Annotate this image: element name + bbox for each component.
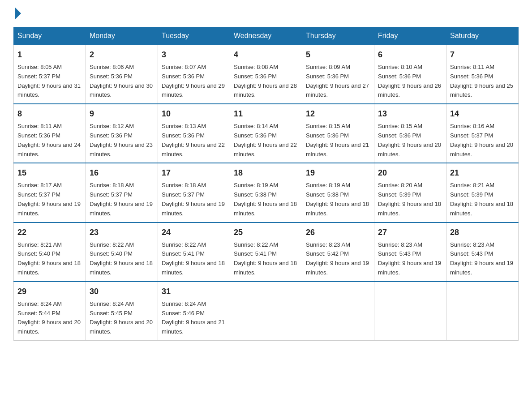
day-info: Sunrise: 8:23 AMSunset: 5:42 PMDaylight:… [306,240,370,278]
day-info: Sunrise: 8:19 AMSunset: 5:38 PMDaylight:… [306,181,370,218]
col-header-wednesday: Wednesday [230,27,302,45]
page-header [13,9,519,18]
calendar-cell: 12Sunrise: 8:15 AMSunset: 5:36 PMDayligh… [302,104,374,163]
day-info: Sunrise: 8:24 AMSunset: 5:45 PMDaylight:… [90,300,154,337]
calendar-cell: 24Sunrise: 8:22 AMSunset: 5:41 PMDayligh… [158,223,230,282]
calendar-cell: 22Sunrise: 8:21 AMSunset: 5:40 PMDayligh… [14,223,86,282]
day-info: Sunrise: 8:23 AMSunset: 5:43 PMDaylight:… [378,240,442,278]
day-info: Sunrise: 8:11 AMSunset: 5:36 PMDaylight:… [17,122,82,159]
calendar-header-row: SundayMondayTuesdayWednesdayThursdayFrid… [14,27,519,45]
day-number: 30 [90,286,154,298]
calendar-cell: 21Sunrise: 8:21 AMSunset: 5:39 PMDayligh… [446,163,519,222]
day-number: 15 [17,167,82,179]
calendar-cell: 25Sunrise: 8:22 AMSunset: 5:41 PMDayligh… [230,223,302,282]
calendar-cell: 10Sunrise: 8:13 AMSunset: 5:36 PMDayligh… [158,104,230,163]
calendar-cell: 28Sunrise: 8:23 AMSunset: 5:43 PMDayligh… [446,223,519,282]
calendar-cell: 18Sunrise: 8:19 AMSunset: 5:38 PMDayligh… [230,163,302,222]
day-number: 10 [162,108,226,120]
day-number: 1 [17,49,82,61]
day-info: Sunrise: 8:07 AMSunset: 5:36 PMDaylight:… [162,63,226,100]
day-info: Sunrise: 8:21 AMSunset: 5:40 PMDaylight:… [17,240,82,278]
day-number: 5 [306,49,370,61]
calendar-week-row: 8Sunrise: 8:11 AMSunset: 5:36 PMDaylight… [14,104,519,163]
day-number: 22 [17,227,82,239]
col-header-saturday: Saturday [446,27,519,45]
calendar-cell: 27Sunrise: 8:23 AMSunset: 5:43 PMDayligh… [374,223,446,282]
calendar-cell: 6Sunrise: 8:10 AMSunset: 5:36 PMDaylight… [374,45,446,104]
calendar-cell: 11Sunrise: 8:14 AMSunset: 5:36 PMDayligh… [230,104,302,163]
day-number: 29 [17,286,82,298]
calendar-cell: 13Sunrise: 8:15 AMSunset: 5:36 PMDayligh… [374,104,446,163]
day-number: 20 [378,167,442,179]
day-info: Sunrise: 8:06 AMSunset: 5:36 PMDaylight:… [90,63,154,100]
calendar-cell [374,282,446,341]
day-number: 2 [90,49,154,61]
day-info: Sunrise: 8:24 AMSunset: 5:44 PMDaylight:… [17,300,82,337]
day-number: 14 [450,108,515,120]
day-number: 6 [378,49,442,61]
day-number: 27 [378,227,442,239]
day-number: 28 [450,227,515,239]
day-number: 7 [450,49,515,61]
day-info: Sunrise: 8:14 AMSunset: 5:36 PMDaylight:… [234,122,298,159]
calendar-cell: 4Sunrise: 8:08 AMSunset: 5:36 PMDaylight… [230,45,302,104]
calendar-cell: 7Sunrise: 8:11 AMSunset: 5:36 PMDaylight… [446,45,519,104]
day-number: 21 [450,167,515,179]
calendar-cell: 30Sunrise: 8:24 AMSunset: 5:45 PMDayligh… [86,282,158,341]
day-info: Sunrise: 8:17 AMSunset: 5:37 PMDaylight:… [17,181,82,218]
col-header-monday: Monday [86,27,158,45]
day-info: Sunrise: 8:20 AMSunset: 5:39 PMDaylight:… [378,181,442,218]
day-number: 25 [234,227,298,239]
logo-triangle-icon [15,7,21,20]
day-info: Sunrise: 8:22 AMSunset: 5:40 PMDaylight:… [90,240,154,278]
calendar-cell: 23Sunrise: 8:22 AMSunset: 5:40 PMDayligh… [86,223,158,282]
day-info: Sunrise: 8:21 AMSunset: 5:39 PMDaylight:… [450,181,515,218]
day-number: 16 [90,167,154,179]
calendar-cell: 16Sunrise: 8:18 AMSunset: 5:37 PMDayligh… [86,163,158,222]
day-info: Sunrise: 8:18 AMSunset: 5:37 PMDaylight:… [162,181,226,218]
day-number: 31 [162,286,226,298]
calendar-week-row: 15Sunrise: 8:17 AMSunset: 5:37 PMDayligh… [14,163,519,222]
calendar-cell: 8Sunrise: 8:11 AMSunset: 5:36 PMDaylight… [14,104,86,163]
logo [13,9,21,18]
calendar-week-row: 29Sunrise: 8:24 AMSunset: 5:44 PMDayligh… [14,282,519,341]
day-info: Sunrise: 8:22 AMSunset: 5:41 PMDaylight:… [234,240,298,278]
day-info: Sunrise: 8:13 AMSunset: 5:36 PMDaylight:… [162,122,226,159]
calendar-cell [230,282,302,341]
day-info: Sunrise: 8:22 AMSunset: 5:41 PMDaylight:… [162,240,226,278]
calendar-cell: 26Sunrise: 8:23 AMSunset: 5:42 PMDayligh… [302,223,374,282]
calendar-cell: 17Sunrise: 8:18 AMSunset: 5:37 PMDayligh… [158,163,230,222]
calendar-cell: 19Sunrise: 8:19 AMSunset: 5:38 PMDayligh… [302,163,374,222]
day-number: 24 [162,227,226,239]
day-info: Sunrise: 8:23 AMSunset: 5:43 PMDaylight:… [450,240,515,278]
day-number: 3 [162,49,226,61]
calendar-cell: 15Sunrise: 8:17 AMSunset: 5:37 PMDayligh… [14,163,86,222]
day-info: Sunrise: 8:15 AMSunset: 5:36 PMDaylight:… [306,122,370,159]
calendar-cell: 3Sunrise: 8:07 AMSunset: 5:36 PMDaylight… [158,45,230,104]
day-info: Sunrise: 8:12 AMSunset: 5:36 PMDaylight:… [90,122,154,159]
calendar-week-row: 22Sunrise: 8:21 AMSunset: 5:40 PMDayligh… [14,223,519,282]
day-info: Sunrise: 8:19 AMSunset: 5:38 PMDaylight:… [234,181,298,218]
col-header-thursday: Thursday [302,27,374,45]
calendar-cell: 31Sunrise: 8:24 AMSunset: 5:46 PMDayligh… [158,282,230,341]
day-number: 17 [162,167,226,179]
day-info: Sunrise: 8:09 AMSunset: 5:36 PMDaylight:… [306,63,370,100]
calendar-cell: 2Sunrise: 8:06 AMSunset: 5:36 PMDaylight… [86,45,158,104]
day-number: 19 [306,167,370,179]
calendar-cell: 5Sunrise: 8:09 AMSunset: 5:36 PMDaylight… [302,45,374,104]
day-info: Sunrise: 8:16 AMSunset: 5:37 PMDaylight:… [450,122,515,159]
col-header-tuesday: Tuesday [158,27,230,45]
calendar-cell: 14Sunrise: 8:16 AMSunset: 5:37 PMDayligh… [446,104,519,163]
day-info: Sunrise: 8:11 AMSunset: 5:36 PMDaylight:… [450,63,515,100]
calendar-cell [446,282,519,341]
calendar-cell [302,282,374,341]
day-info: Sunrise: 8:10 AMSunset: 5:36 PMDaylight:… [378,63,442,100]
calendar-week-row: 1Sunrise: 8:05 AMSunset: 5:37 PMDaylight… [14,45,519,104]
day-info: Sunrise: 8:18 AMSunset: 5:37 PMDaylight:… [90,181,154,218]
calendar-cell: 29Sunrise: 8:24 AMSunset: 5:44 PMDayligh… [14,282,86,341]
col-header-sunday: Sunday [14,27,86,45]
day-number: 13 [378,108,442,120]
day-info: Sunrise: 8:24 AMSunset: 5:46 PMDaylight:… [162,300,226,337]
day-info: Sunrise: 8:08 AMSunset: 5:36 PMDaylight:… [234,63,298,100]
calendar-cell: 1Sunrise: 8:05 AMSunset: 5:37 PMDaylight… [14,45,86,104]
